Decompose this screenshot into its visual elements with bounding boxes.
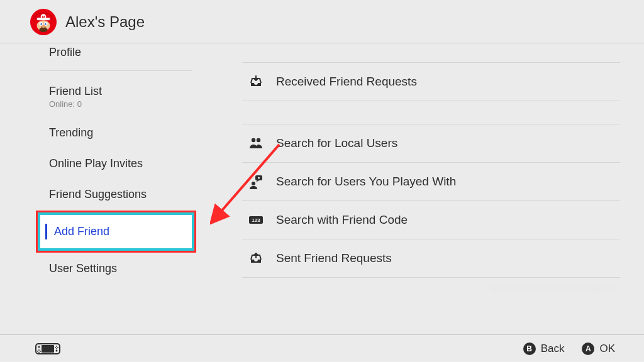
svg-point-24 (38, 346, 40, 348)
svg-point-16 (252, 182, 255, 185)
svg-point-18 (258, 177, 260, 178)
main-item-label: Sent Friend Requests (276, 251, 392, 265)
main-item-label: Search for Users You Played With (276, 175, 456, 189)
numbers-icon: 123 (247, 212, 265, 228)
console-icon (35, 343, 60, 355)
people-icon (247, 136, 265, 151)
svg-point-26 (56, 346, 57, 347)
sidebar-item-friend-list[interactable]: Friend ListOnline: 0 (40, 76, 192, 118)
svg-point-9 (40, 23, 42, 25)
svg-point-33 (38, 352, 40, 353)
main-gap (242, 101, 620, 124)
svg-point-14 (252, 138, 255, 142)
inbox-down-icon (248, 74, 264, 89)
header: M Alex's Page (0, 0, 644, 43)
page-title: Alex's Page (65, 13, 145, 31)
svg-rect-23 (42, 345, 54, 353)
main-item-label: Search for Local Users (276, 136, 397, 150)
ok-button[interactable]: A OK (582, 343, 615, 355)
sidebar-item-label: User Settings (49, 262, 117, 275)
sidebar-divider (40, 70, 192, 71)
sidebar-item-user-settings[interactable]: User Settings (40, 253, 192, 284)
speech-user-icon (247, 174, 265, 189)
main-item-search-for-users-you-played-with[interactable]: Search for Users You Played With (242, 163, 620, 201)
svg-text:123: 123 (252, 217, 260, 223)
main-item-search-for-local-users[interactable]: Search for Local Users (242, 124, 620, 163)
speech-user-icon (248, 174, 264, 189)
main-panel: Received Friend RequestsSearch for Local… (192, 43, 644, 335)
svg-point-12 (39, 28, 47, 33)
inbox-down-icon (247, 74, 265, 89)
sidebar-item-trending[interactable]: Trending (40, 118, 192, 148)
sidebar-item-label: Online Play Invites (49, 157, 143, 170)
sidebar-item-profile[interactable]: Profile (40, 43, 192, 68)
b-glyph-icon: B (523, 343, 536, 355)
outbox-up-icon (248, 251, 264, 266)
sidebar-item-label: Friend List (49, 85, 102, 97)
sidebar-item-sub: Online: 0 (49, 99, 184, 109)
back-label: Back (541, 343, 565, 355)
sidebar: ProfileFriend ListOnline: 0TrendingOnlin… (0, 43, 192, 335)
sidebar-item-add-friend[interactable]: Add Friend (38, 212, 194, 251)
back-button[interactable]: B Back (523, 343, 565, 355)
sidebar-item-label: Friend Suggestions (49, 188, 147, 200)
main-item-search-with-friend-code[interactable]: 123Search with Friend Code (242, 201, 620, 239)
outbox-up-icon (247, 251, 265, 266)
a-glyph-icon: A (582, 343, 594, 355)
svg-point-31 (37, 351, 38, 352)
sidebar-item-label: Trending (49, 126, 93, 139)
svg-point-10 (45, 23, 47, 25)
main-hint: You have no new friend requests. (242, 278, 620, 297)
numbers-icon: 123 (248, 212, 264, 228)
sidebar-item-label: Profile (49, 46, 81, 58)
main-item-label: Search with Friend Code (276, 213, 408, 227)
svg-point-32 (40, 351, 41, 352)
avatar-mario: M (30, 9, 57, 35)
footer: B Back A OK (0, 334, 644, 362)
svg-text:M: M (42, 15, 45, 19)
svg-point-13 (42, 25, 45, 28)
svg-point-27 (57, 347, 58, 348)
ok-label: OK (599, 343, 615, 355)
svg-point-25 (56, 349, 58, 351)
sidebar-item-label: Add Friend (54, 225, 109, 238)
main-item-sent-friend-requests[interactable]: Sent Friend Requests (242, 239, 620, 278)
sidebar-item-friend-suggestions[interactable]: Friend Suggestions (40, 179, 192, 210)
sidebar-item-online-play-invites[interactable]: Online Play Invites (40, 148, 192, 179)
svg-point-28 (55, 347, 56, 348)
people-icon (248, 136, 264, 151)
svg-point-30 (38, 349, 40, 351)
main-item-label: Received Friend Requests (276, 75, 417, 89)
main-item-received-friend-requests[interactable]: Received Friend Requests (242, 62, 620, 101)
svg-point-15 (257, 138, 260, 142)
svg-point-29 (56, 348, 57, 349)
